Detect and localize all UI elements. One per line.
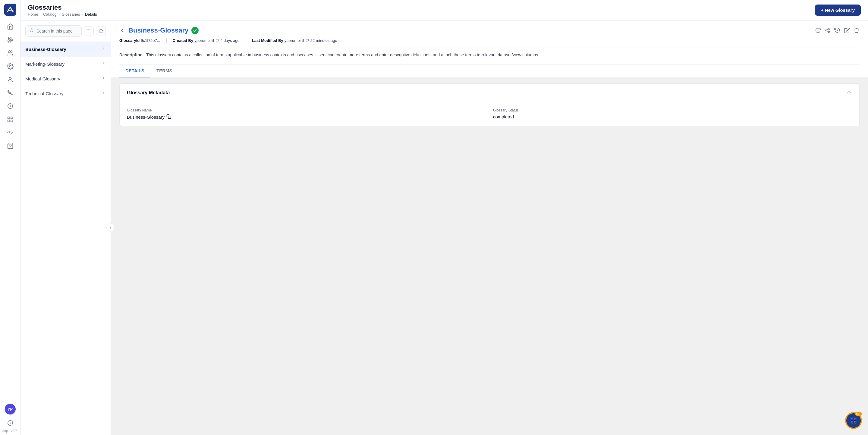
svg-rect-21 (7, 120, 9, 122)
page-title: Glossaries (28, 4, 97, 11)
sidebar-item-settings[interactable] (4, 60, 16, 72)
detail-title-left: Business-Glossary (119, 27, 198, 34)
breadcrumb-sep-1: › (40, 12, 41, 16)
svg-rect-37 (168, 116, 171, 119)
page-header: Glossaries Home › Catalog › Glossaries ›… (21, 0, 868, 21)
clock-icon-modified: ⏱ (305, 38, 309, 43)
metadata-card-title: Glossary Metadata (127, 90, 170, 96)
refresh-detail-icon[interactable] (815, 27, 821, 33)
app-logo[interactable] (4, 4, 16, 16)
detail-actions (815, 27, 860, 33)
detail-header: Business-Glossary (111, 21, 868, 77)
breadcrumb-sep-3: › (82, 12, 83, 16)
back-button[interactable] (119, 27, 125, 33)
metadata-card: Glossary Metadata Glossary Name Business… (119, 83, 860, 126)
metadata-card-header: Glossary Metadata (120, 84, 859, 102)
search-box (25, 25, 82, 37)
sidebar-item-wave[interactable] (4, 127, 16, 139)
tab-details[interactable]: DETAILS (119, 64, 150, 77)
sidebar-nav (4, 21, 16, 404)
status-badge (191, 27, 198, 34)
svg-point-32 (829, 28, 830, 30)
collapse-panel-button[interactable] (106, 224, 115, 232)
refresh-button[interactable] (96, 26, 106, 36)
share-icon[interactable] (825, 27, 831, 33)
glossary-name-label: Glossary Name (127, 108, 486, 112)
svg-rect-19 (7, 117, 9, 119)
detail-description: Description This glossary contains a col… (119, 47, 860, 64)
glossary-status-value: completed (493, 114, 852, 119)
svg-point-27 (30, 29, 33, 32)
badge-count: 99+ (855, 412, 862, 416)
edit-icon[interactable] (844, 27, 850, 33)
new-glossary-button[interactable]: + New Glossary (815, 4, 861, 16)
glossary-list: Business-Glossary Marketing-Glossary Med… (21, 42, 111, 435)
glossary-id-label: GlossaryId (119, 38, 140, 43)
collapse-metadata-icon[interactable] (846, 89, 852, 96)
svg-point-1 (9, 38, 11, 39)
search-input[interactable] (36, 29, 78, 33)
glossary-status-label: Glossary Status (493, 108, 852, 112)
breadcrumb-current: Details (85, 12, 97, 16)
detail-tabs: DETAILS TERMS (119, 64, 860, 77)
glossary-name-field: Glossary Name Business-Glossary (127, 108, 486, 120)
detail-title-row: Business-Glossary (119, 27, 860, 34)
user-avatar[interactable]: YP (5, 404, 16, 414)
glossary-name-value: Business-Glossary (127, 114, 486, 120)
breadcrumb-home[interactable]: Home (28, 12, 38, 16)
meta-modified-by: Last Modified By yperumpillil ⏱ 22 minut… (252, 38, 343, 43)
breadcrumb-catalog[interactable]: Catalog (43, 12, 57, 16)
search-area (21, 21, 111, 42)
svg-line-16 (9, 91, 10, 92)
sidebar-item-bag[interactable] (4, 140, 16, 152)
svg-rect-20 (10, 117, 12, 119)
body-layout: Business-Glossary Marketing-Glossary Med… (21, 21, 868, 435)
filter-button[interactable] (84, 26, 94, 36)
clock-icon-created: ⏱ (215, 38, 219, 43)
delete-icon[interactable] (854, 27, 860, 33)
chevron-right-icon (101, 46, 106, 52)
detail-body: Glossary Metadata Glossary Name Business… (111, 77, 868, 132)
sidebar-item-info[interactable] (4, 417, 16, 429)
breadcrumb-glossaries[interactable]: Glossaries (61, 12, 80, 16)
svg-rect-41 (854, 421, 856, 423)
history-icon[interactable] (834, 27, 840, 33)
glossary-item-business[interactable]: Business-Glossary (21, 42, 111, 57)
sidebar-item-chart[interactable] (4, 113, 16, 125)
svg-line-28 (33, 31, 33, 32)
left-panel: Business-Glossary Marketing-Glossary Med… (21, 21, 111, 435)
metadata-card-body: Glossary Name Business-Glossary Glossary… (120, 102, 859, 126)
created-by-label: Created By (173, 38, 193, 43)
sidebar-item-workflow[interactable] (4, 87, 16, 99)
sidebar-item-person[interactable] (4, 73, 16, 86)
sidebar-item-filter[interactable] (4, 34, 16, 46)
svg-rect-39 (854, 418, 856, 420)
svg-line-17 (10, 93, 11, 94)
sidebar-item-people[interactable] (4, 47, 16, 59)
svg-point-11 (9, 65, 11, 67)
search-icon (29, 28, 34, 34)
glossary-id-value: 9c1f75e7... (141, 38, 160, 43)
sidebar-item-clock[interactable] (4, 100, 16, 112)
copy-icon[interactable] (166, 114, 171, 120)
glossary-item-technical[interactable]: Technical-Glossary (21, 86, 111, 101)
svg-point-13 (7, 91, 9, 92)
last-modified-label: Last Modified By (252, 38, 283, 43)
shortcut-badge[interactable]: 99+ (845, 412, 862, 429)
glossary-item-marketing[interactable]: Marketing-Glossary (21, 57, 111, 71)
description-label: Description (119, 52, 143, 58)
sidebar-item-home[interactable] (4, 21, 16, 33)
meta-separator-1 (166, 38, 167, 43)
sidebar-bottom: YP adp · v2.7 (4, 404, 16, 431)
created-by-user: yperumpillil (194, 38, 214, 43)
meta-separator-2 (246, 38, 246, 43)
svg-rect-0 (4, 4, 16, 16)
breadcrumb: Home › Catalog › Glossaries › Details (28, 12, 97, 16)
svg-rect-22 (10, 120, 12, 122)
tab-terms[interactable]: TERMS (150, 64, 179, 77)
glossary-item-medical[interactable]: Medical-Glossary (21, 71, 111, 86)
description-text: This glossary contains a collection of t… (146, 52, 539, 58)
svg-rect-40 (851, 421, 853, 423)
svg-point-7 (11, 39, 13, 41)
svg-line-35 (827, 31, 829, 32)
